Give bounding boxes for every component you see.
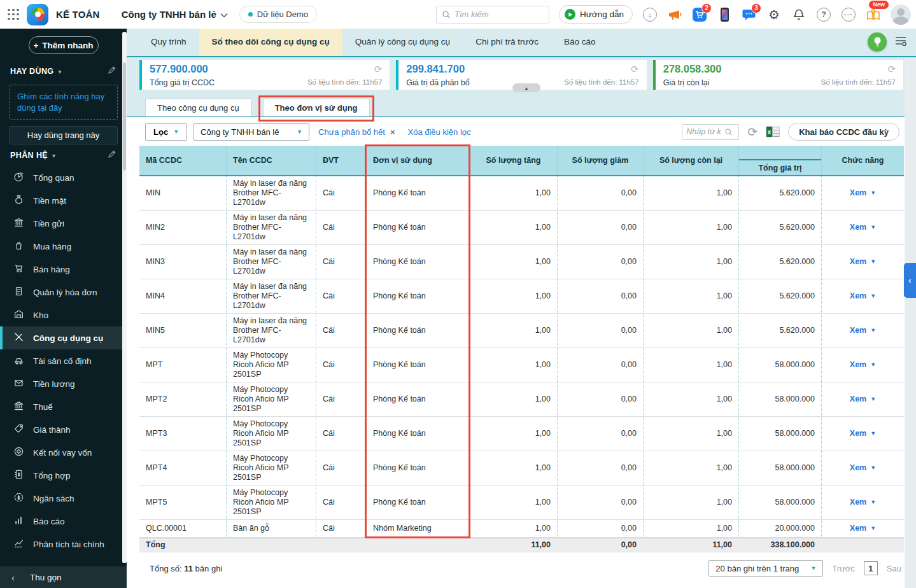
col-header-ma-ccdc[interactable]: Mã CCDC — [139, 146, 226, 175]
view-action-button[interactable]: Xem▼ — [850, 524, 876, 533]
tab-5[interactable]: Báo cáo — [551, 27, 609, 56]
company-selector[interactable]: Công ty TNHH bán lẻ — [122, 9, 228, 20]
view-action-button[interactable]: Xem▼ — [850, 429, 876, 438]
edit-pencil-icon[interactable] — [107, 66, 116, 78]
lightbulb-help-icon[interactable] — [868, 32, 887, 52]
col-header-don-vi-su-dung[interactable]: Đơn vị sử dụng — [366, 146, 469, 175]
view-action-button[interactable]: Xem▼ — [850, 223, 876, 232]
sidebar-item-3[interactable]: Tiền gửi — [0, 212, 127, 235]
table-search-input[interactable] — [686, 127, 724, 136]
col-header-dvt[interactable]: ĐVT — [316, 146, 366, 175]
chevron-down-icon[interactable]: ▾ — [59, 68, 62, 75]
app-logo[interactable] — [27, 4, 48, 25]
view-action-button[interactable]: Xem▼ — [850, 395, 876, 404]
prev-page-button[interactable]: Trước — [832, 564, 855, 573]
remove-chip-icon[interactable]: × — [390, 127, 395, 137]
whats-new-icon[interactable]: New — [866, 7, 881, 22]
settings-gear-icon[interactable]: ⚙ — [766, 7, 782, 22]
sidebar-item-9[interactable]: Tài sản cố định — [0, 349, 127, 372]
sidebar-item-17[interactable]: Phân tích tài chính — [0, 533, 127, 556]
col-header-ten-ccdc[interactable]: Tên CCDC — [226, 146, 316, 175]
filter-chip[interactable]: Chưa phân bổ hết × — [318, 127, 395, 137]
sidebar-item-2[interactable]: Tiền mặt — [0, 189, 127, 212]
col-header-so-luong-con-lai[interactable]: Số lượng còn lại — [643, 146, 738, 175]
subtab-2[interactable]: Theo đơn vị sử dụng — [263, 99, 370, 116]
guide-button[interactable]: ▶ Hướng dẫn — [559, 5, 633, 24]
view-action-button[interactable]: Xem▼ — [850, 463, 876, 473]
tab-3[interactable]: Quản lý công cụ dụng cụ — [342, 27, 463, 56]
sidebar-item-13[interactable]: Kết nối vay vốn — [0, 441, 127, 464]
sidebar-item-8[interactable]: Công cụ dụng cụ — [0, 326, 127, 349]
table-row[interactable]: MPT5Máy Photocopy Ricoh Aficio MP 2501SP… — [139, 486, 904, 520]
sidebar-item-11[interactable]: Thuế — [0, 395, 127, 418]
table-row[interactable]: MIN4Máy in laser đa năng Brother MFC-L27… — [139, 279, 904, 314]
declare-opening-ccdc-button[interactable]: Khai báo CCDC đầu kỳ — [788, 123, 899, 141]
pin-hint-box[interactable]: Ghim các tính năng hay dùng tại đây — [9, 85, 118, 120]
main-scrollbar-track[interactable] — [905, 57, 916, 588]
more-options-icon[interactable]: ··· — [841, 7, 856, 22]
clear-filters-link[interactable]: Xóa điều kiện lọc — [407, 127, 470, 137]
col-header-so-luong-tang[interactable]: Số lượng tăng — [469, 146, 557, 175]
refresh-icon[interactable]: ⟳ — [887, 64, 896, 74]
table-row[interactable]: MPT2Máy Photocopy Ricoh Aficio MP 2501SP… — [139, 382, 904, 417]
collapse-summary-button[interactable]: ▲ — [512, 83, 540, 92]
view-settings-icon[interactable] — [894, 35, 907, 49]
company-filter-select[interactable]: Công ty TNHH bán lẻ ▼ — [194, 123, 309, 141]
table-row[interactable]: QLC.00001Bàn ăn gỗCáiNhóm Marketing1,000… — [139, 520, 904, 538]
view-action-button[interactable]: Xem▼ — [850, 326, 876, 335]
col-header-tong-gia-tri[interactable]: Tổng giá trị — [738, 146, 821, 175]
download-button[interactable]: ↓ — [642, 7, 658, 22]
filter-button[interactable]: Lọc ▼ — [145, 123, 187, 141]
demo-data-badge[interactable]: Dữ liệu Demo — [239, 6, 317, 23]
refresh-icon[interactable]: ⟳ — [747, 126, 757, 138]
user-avatar[interactable] — [891, 4, 911, 25]
notifications-bell-icon[interactable] — [791, 7, 807, 22]
sidebar-item-4[interactable]: Mua hàng — [0, 235, 127, 258]
store-cart-icon[interactable]: 2 — [692, 7, 707, 22]
chevron-down-icon[interactable]: ▾ — [52, 152, 55, 159]
tab-4[interactable]: Chi phí trả trước — [463, 27, 551, 56]
edit-pencil-icon[interactable] — [107, 150, 116, 162]
sidebar-item-7[interactable]: Kho — [0, 304, 127, 326]
expand-side-panel-button[interactable]: ‹ — [904, 263, 916, 298]
table-row[interactable]: MPTMáy Photocopy Ricoh Aficio MP 2501SPC… — [139, 348, 904, 382]
quick-add-button[interactable]: +Thêm nhanh — [29, 36, 99, 54]
global-search-input[interactable] — [454, 10, 537, 19]
megaphone-icon[interactable] — [667, 7, 682, 22]
sidebar-item-5[interactable]: Bán hàng — [0, 258, 127, 281]
subtab-1[interactable]: Theo công cụ dụng cụ — [145, 99, 251, 116]
export-excel-icon[interactable]: x — [766, 126, 780, 137]
tab-2[interactable]: Sổ theo dõi công cụ dụng cụ — [199, 27, 342, 56]
table-row[interactable]: MIN3Máy in laser đa năng Brother MFC-L27… — [139, 245, 904, 279]
sidebar-item-16[interactable]: Báo cáo — [0, 510, 127, 533]
sidebar-scrollbar[interactable] — [122, 32, 127, 563]
tab-1[interactable]: Quy trình — [138, 27, 199, 56]
view-action-button[interactable]: Xem▼ — [850, 188, 876, 198]
table-row[interactable]: MIN2Máy in laser đa năng Brother MFC-L27… — [139, 211, 904, 245]
favorite-this-page-button[interactable]: Hay dùng trang này — [9, 126, 118, 144]
table-row[interactable]: MIN5Máy in laser đa năng Brother MFC-L27… — [139, 314, 904, 348]
sidebar-item-1[interactable]: Tổng quan — [0, 166, 127, 189]
global-search[interactable] — [436, 6, 549, 24]
refresh-icon[interactable]: ⟳ — [374, 64, 383, 74]
help-icon[interactable]: ? — [816, 7, 831, 22]
col-header-so-luong-giam[interactable]: Số lượng giảm — [557, 146, 643, 175]
mobile-app-icon[interactable] — [717, 7, 732, 22]
sidebar-item-10[interactable]: Tiền lương — [0, 372, 127, 395]
view-action-button[interactable]: Xem▼ — [850, 360, 876, 370]
refresh-icon[interactable]: ⟳ — [631, 64, 639, 74]
sidebar-item-6[interactable]: Quản lý hóa đơn — [0, 281, 127, 304]
next-page-button[interactable]: Sau — [887, 564, 901, 573]
sidebar-item-14[interactable]: Tổng hợp — [0, 464, 127, 487]
view-action-button[interactable]: Xem▼ — [850, 291, 876, 301]
view-action-button[interactable]: Xem▼ — [850, 498, 876, 507]
sidebar-item-12[interactable]: Giá thành — [0, 418, 127, 441]
chat-icon[interactable]: 3 — [742, 7, 757, 22]
app-launcher-icon[interactable] — [8, 9, 19, 20]
table-search[interactable] — [682, 124, 739, 140]
table-row[interactable]: MPT3Máy Photocopy Ricoh Aficio MP 2501SP… — [139, 417, 904, 451]
view-action-button[interactable]: Xem▼ — [850, 257, 876, 267]
sidebar-item-15[interactable]: Ngân sách — [0, 487, 127, 510]
collapse-sidebar-button[interactable]: ‹ Thu gọn — [0, 566, 127, 588]
table-row[interactable]: MINMáy in laser đa năng Brother MFC-L270… — [139, 176, 904, 211]
